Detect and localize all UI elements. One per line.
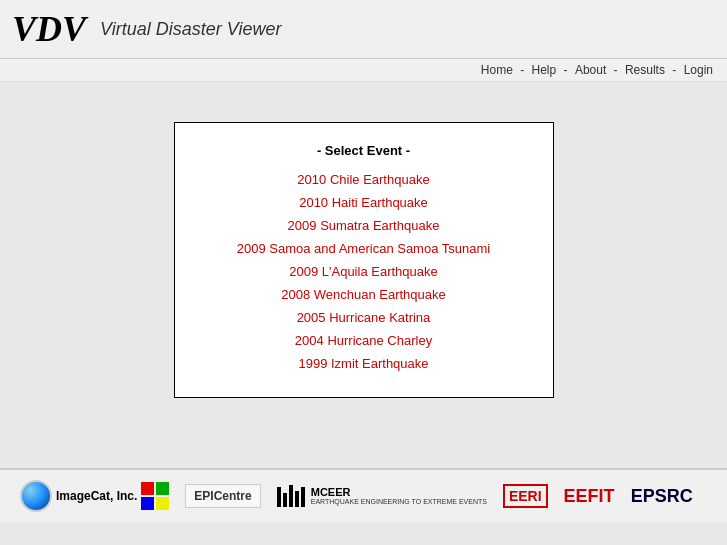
list-item: 2010 Haiti Earthquake — [215, 193, 513, 211]
mceer-bar-2 — [283, 493, 287, 507]
nav-results[interactable]: Results — [625, 63, 665, 77]
epicentre-text: EPICentre — [194, 489, 251, 503]
logo-epsrc: EPSRC — [631, 486, 693, 507]
globe-icon — [20, 480, 52, 512]
nav-login[interactable]: Login — [684, 63, 713, 77]
win-blue — [141, 497, 154, 510]
event-link-5[interactable]: 2009 L'Aquila Earthquake — [289, 264, 437, 279]
event-link-3[interactable]: 2009 Sumatra Earthquake — [288, 218, 440, 233]
mceer-bar-5 — [301, 487, 305, 507]
logo-eeri: EERI — [503, 484, 548, 508]
list-item: 2004 Hurricane Charley — [215, 331, 513, 349]
navbar: Home - Help - About - Results - Login — [0, 59, 727, 82]
list-item: 2009 L'Aquila Earthquake — [215, 262, 513, 280]
logo-mceer: MCEER EARTHQUAKE ENGINEERING TO EXTREME … — [277, 485, 487, 507]
list-item: 2009 Sumatra Earthquake — [215, 216, 513, 234]
list-item: 2009 Samoa and American Samoa Tsunami — [215, 239, 513, 257]
logo-epicentre: EPICentre — [185, 484, 260, 508]
mceer-bar-1 — [277, 487, 281, 507]
event-select-title: - Select Event - — [215, 143, 513, 158]
list-item: 2005 Hurricane Katrina — [215, 308, 513, 326]
mceer-bars-icon — [277, 485, 305, 507]
mceer-subtitle: EARTHQUAKE ENGINEERING TO EXTREME EVENTS — [311, 498, 487, 505]
list-item: 2010 Chile Earthquake — [215, 170, 513, 188]
event-select-box: - Select Event - 2010 Chile Earthquake20… — [174, 122, 554, 398]
footer: ImageCat, Inc. EPICentre MCEER — [0, 468, 727, 522]
event-link-9[interactable]: 1999 Izmit Earthquake — [298, 356, 428, 371]
mceer-bar-3 — [289, 485, 293, 507]
mceer-text-block: MCEER EARTHQUAKE ENGINEERING TO EXTREME … — [311, 487, 487, 505]
partner-logos: ImageCat, Inc. EPICentre MCEER — [20, 480, 693, 512]
logo-subtitle: Virtual Disaster Viewer — [100, 19, 281, 40]
win-red — [141, 482, 154, 495]
logo-imagecat: ImageCat, Inc. — [20, 480, 169, 512]
spacer — [0, 418, 727, 448]
event-link-1[interactable]: 2010 Chile Earthquake — [297, 172, 429, 187]
nav-help[interactable]: Help — [532, 63, 557, 77]
nav-sep-2: - — [564, 63, 571, 77]
eeri-text: EERI — [509, 488, 542, 504]
windows-icon — [141, 482, 169, 510]
event-list: 2010 Chile Earthquake2010 Haiti Earthqua… — [215, 170, 513, 372]
logo-vdv: VDV — [12, 8, 86, 50]
event-link-7[interactable]: 2005 Hurricane Katrina — [297, 310, 431, 325]
logo-eefit: EEFIT — [564, 486, 615, 507]
mceer-bar-4 — [295, 491, 299, 507]
nav-sep-3: - — [614, 63, 621, 77]
nav-about[interactable]: About — [575, 63, 606, 77]
mceer-title: MCEER — [311, 487, 487, 498]
event-link-2[interactable]: 2010 Haiti Earthquake — [299, 195, 428, 210]
main-content: - Select Event - 2010 Chile Earthquake20… — [0, 82, 727, 418]
nav-home[interactable]: Home — [481, 63, 513, 77]
nav-sep-1: - — [520, 63, 527, 77]
list-item: 2008 Wenchuan Earthquake — [215, 285, 513, 303]
header: VDV Virtual Disaster Viewer — [0, 0, 727, 59]
win-green — [156, 482, 169, 495]
event-link-6[interactable]: 2008 Wenchuan Earthquake — [281, 287, 446, 302]
event-link-4[interactable]: 2009 Samoa and American Samoa Tsunami — [237, 241, 490, 256]
list-item: 1999 Izmit Earthquake — [215, 354, 513, 372]
nav-sep-4: - — [672, 63, 679, 77]
event-link-8[interactable]: 2004 Hurricane Charley — [295, 333, 432, 348]
win-yellow — [156, 497, 169, 510]
imagecat-text: ImageCat, Inc. — [56, 489, 137, 503]
